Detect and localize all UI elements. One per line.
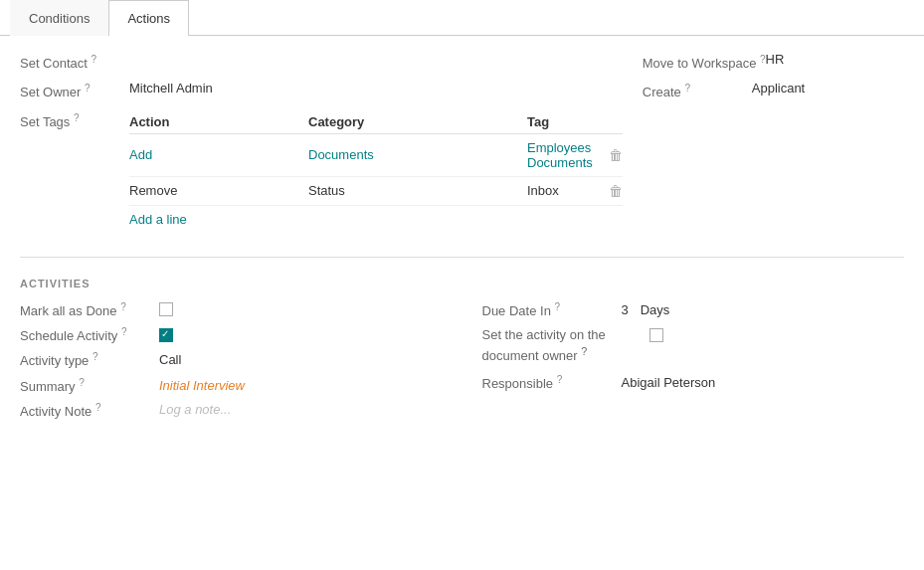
create-label: Create ? (643, 81, 752, 99)
table-row: Remove Status Inbox 🗑 (129, 177, 623, 206)
summary-input[interactable] (159, 378, 327, 393)
set-activity-row: Set the activity on the document owner ? (482, 326, 905, 366)
delete-row-1-icon[interactable]: 🗑 (593, 147, 623, 163)
activities-left: Mark all as Done ? Schedule Activity ? A… (20, 301, 462, 428)
activity-note-label: Activity Note ? (20, 402, 159, 419)
section-separator (20, 257, 904, 258)
col-action: Action (129, 114, 308, 129)
tag-row-1-tag[interactable]: Employees Documents (527, 140, 593, 170)
table-row: Add Documents Employees Documents 🗑 (129, 134, 623, 177)
set-contact-label: Set Contact ? (20, 52, 129, 71)
set-tags-row: Set Tags ? Action Category Tag Add Docum… (20, 110, 623, 233)
mark-all-done-label: Mark all as Done ? (20, 301, 159, 318)
set-owner-label: Set Owner ? (20, 81, 129, 99)
activity-type-label: Activity type ? (20, 351, 159, 368)
form-section: Set Contact ? Set Owner ? Mitchell Admin… (20, 52, 904, 237)
due-date-label: Due Date In ? (482, 301, 622, 318)
activities-right: Due Date In ? 3 Days Set the activity on… (462, 301, 905, 428)
schedule-activity-label: Schedule Activity ? (20, 326, 159, 343)
responsible-row: Responsible ? Abigail Peterson (482, 374, 905, 391)
create-row: Create ? Applicant (643, 81, 904, 99)
set-activity-label: Set the activity on the document owner ? (482, 326, 642, 366)
activities-section: ACTIVITIES Mark all as Done ? Schedule A… (20, 278, 904, 428)
create-value: Applicant (752, 81, 805, 95)
col-category: Category (308, 114, 527, 129)
add-line-row: Add a line (129, 206, 623, 233)
main-content: Set Contact ? Set Owner ? Mitchell Admin… (0, 36, 924, 443)
activities-form: Mark all as Done ? Schedule Activity ? A… (20, 301, 904, 428)
set-activity-checkbox[interactable] (649, 328, 663, 342)
activity-type-row: Activity type ? Call (20, 351, 462, 368)
move-to-workspace-value: HR (766, 52, 785, 67)
summary-row: Summary ? (20, 377, 462, 394)
summary-label: Summary ? (20, 377, 159, 394)
mark-all-done-checkbox[interactable] (159, 302, 173, 316)
tag-row-1-category[interactable]: Documents (308, 147, 527, 162)
mark-all-done-row: Mark all as Done ? (20, 301, 462, 318)
activities-title: ACTIVITIES (20, 278, 904, 289)
tag-row-2-category: Status (308, 183, 527, 198)
activity-note-row: Activity Note ? Log a note... (20, 402, 462, 419)
set-owner-row: Set Owner ? Mitchell Admin (20, 81, 623, 99)
tags-col-headers: Action Category Tag (129, 110, 623, 134)
due-date-row: Due Date In ? 3 Days (482, 301, 905, 318)
tag-row-2-tag: Inbox (527, 183, 593, 198)
move-to-workspace-label: Move to Workspace ? (643, 52, 766, 71)
days-label: Days (641, 302, 670, 317)
tags-table-wrap: Action Category Tag Add Documents Employ… (129, 110, 623, 233)
right-col: Move to Workspace ? HR Create ? Applican… (623, 52, 904, 237)
schedule-activity-row: Schedule Activity ? (20, 326, 462, 343)
add-line-button[interactable]: Add a line (129, 206, 187, 233)
set-contact-row: Set Contact ? (20, 52, 623, 71)
set-owner-value[interactable]: Mitchell Admin (129, 81, 213, 95)
move-to-workspace-row: Move to Workspace ? HR (643, 52, 904, 71)
due-date-value[interactable]: 3 (622, 302, 629, 317)
tab-conditions[interactable]: Conditions (10, 0, 108, 36)
responsible-label: Responsible ? (482, 374, 622, 391)
tag-row-2-action: Remove (129, 183, 308, 198)
responsible-value[interactable]: Abigail Peterson (622, 375, 716, 390)
schedule-activity-checkbox[interactable] (159, 328, 173, 342)
tabs-bar: Conditions Actions (0, 0, 924, 36)
col-tag: Tag (527, 114, 593, 129)
activity-type-value[interactable]: Call (159, 352, 181, 367)
delete-row-2-icon[interactable]: 🗑 (593, 183, 623, 199)
tab-actions[interactable]: Actions (108, 0, 189, 36)
set-tags-label: Set Tags ? (20, 110, 129, 129)
tag-row-1-action[interactable]: Add (129, 147, 308, 162)
activity-note-placeholder[interactable]: Log a note... (159, 402, 231, 417)
left-col: Set Contact ? Set Owner ? Mitchell Admin… (20, 52, 623, 237)
